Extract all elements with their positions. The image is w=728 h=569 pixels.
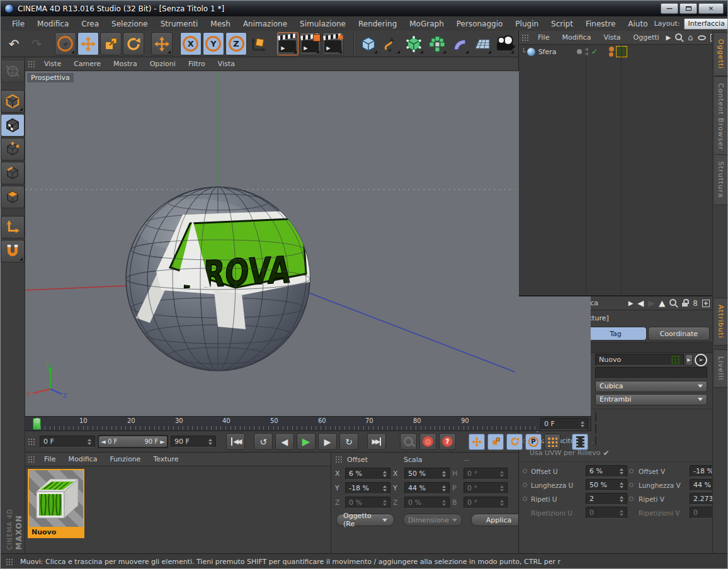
close-button[interactable]: ✕ (698, 3, 724, 14)
om-menu-vista[interactable]: Vista (598, 33, 626, 42)
anim-dot-icon[interactable] (523, 483, 527, 487)
render-view-button[interactable]: ▶ (277, 32, 299, 55)
anim-dot-icon[interactable] (629, 483, 634, 487)
range-right-icon[interactable]: ► (160, 438, 165, 445)
layer-color-dot[interactable] (609, 47, 614, 52)
rot-p-field[interactable]: 0 ° (464, 482, 508, 494)
keyframe-selection-button[interactable]: ? (439, 433, 456, 450)
viewport-menu-vista[interactable]: Vista (212, 60, 241, 68)
menu-file[interactable]: File (6, 20, 31, 28)
play-button[interactable]: ▶ (297, 433, 316, 450)
key-rotation-toggle[interactable] (506, 434, 523, 450)
camera-button[interactable] (494, 32, 516, 55)
key-parameter-toggle[interactable]: P (525, 434, 542, 450)
menu-mesh[interactable]: Mesh (204, 20, 237, 28)
editor-visibility-dot[interactable] (577, 49, 582, 54)
grip-icon[interactable] (28, 456, 36, 463)
redo-button[interactable]: ↷ (26, 32, 47, 55)
axis-x-lock-button[interactable]: X (180, 32, 202, 55)
material-thumbnail[interactable]: Nuovo (28, 469, 84, 538)
last-tool-move-button[interactable] (151, 32, 173, 55)
om-menu-file[interactable]: File (532, 33, 555, 42)
polygon-mode-button[interactable] (1, 186, 25, 208)
viewport-menu-camere[interactable]: Camere (68, 60, 106, 68)
menu-finestre[interactable]: Finestre (579, 20, 622, 28)
axis-z-lock-button[interactable]: Z (225, 32, 247, 55)
offset-y-field[interactable]: -18 % (345, 482, 390, 494)
ripeti-checkbox[interactable] (595, 424, 596, 434)
scale-x-field[interactable]: 50 % (404, 468, 450, 480)
offset-u-field[interactable]: 6 % (586, 465, 627, 477)
offset-x-field[interactable]: 6 % (345, 468, 390, 480)
viewport-menu-opzioni[interactable]: Opzioni (144, 60, 181, 68)
undo-button[interactable]: ↶ (3, 32, 25, 55)
material-menu-texture[interactable]: Texture (147, 455, 184, 463)
tab-livelli[interactable]: Livelli (714, 349, 728, 388)
axis-y-lock-button[interactable]: Y (203, 32, 224, 55)
object-row-sfera[interactable]: └ Sfera ✓ (519, 45, 712, 59)
point-mode-button[interactable] (1, 138, 25, 161)
stepper-icon[interactable] (206, 437, 212, 447)
viewport-menu-mostra[interactable]: Mostra (108, 60, 143, 68)
menu-selezione[interactable]: Selezione (105, 20, 154, 28)
live-selection-button[interactable]: ➢ (55, 32, 76, 55)
lock-icon[interactable] (682, 299, 688, 307)
prev-frame-button[interactable]: ◀ (275, 433, 294, 450)
coordinate-system-button[interactable] (248, 32, 270, 55)
offset-z-field[interactable]: 0 % (345, 497, 390, 509)
tab-tag[interactable]: Tag (584, 327, 646, 341)
make-editable-button[interactable] (1, 60, 25, 82)
object-tree[interactable]: └ Sfera ✓ (519, 45, 712, 294)
material-flyout-button[interactable]: ▶ (685, 354, 693, 366)
grip-icon[interactable] (521, 34, 530, 42)
menu-mograph[interactable]: MoGraph (403, 20, 450, 28)
ruler-frame-spinner[interactable]: 0 F (540, 418, 588, 430)
range-left-icon[interactable]: ◄ (101, 438, 106, 445)
scale-button[interactable] (100, 32, 122, 55)
timeline-ruler[interactable]: 0 10 20 30 40 50 60 70 80 90 0 F (25, 416, 591, 431)
track-icon[interactable]: 8 (693, 300, 698, 307)
history-forward-icon[interactable]: ▶ (648, 298, 654, 308)
add-icon[interactable] (702, 300, 710, 307)
menu-aiuto[interactable]: Aiuto (622, 20, 654, 28)
lato-dropdown[interactable]: Entrambi (595, 394, 707, 405)
end-frame-spinner[interactable]: 90 F (171, 436, 216, 448)
menu-script[interactable]: Script (545, 20, 579, 28)
materiale-field[interactable]: Nuovo (595, 354, 684, 366)
record-key-button[interactable] (400, 433, 417, 450)
tab-content-browser[interactable]: Content Browser (714, 76, 728, 157)
viewport-canvas[interactable]: Prospettiva (25, 71, 591, 416)
ripetizioni-u-field[interactable]: 0 (586, 507, 627, 519)
minimize-button[interactable]: — (661, 3, 678, 14)
material-menu-funzione[interactable]: Funzione (104, 455, 146, 463)
material-menu-modifica[interactable]: Modifica (62, 455, 103, 463)
menu-simulazione[interactable]: Simulazione (293, 20, 352, 28)
rotate-button[interactable] (123, 32, 144, 55)
layout-dropdown[interactable]: Interfaccia di Avvio (684, 18, 728, 30)
subdivision-surface-button[interactable] (403, 32, 424, 55)
material-menu-file[interactable]: File (38, 455, 61, 463)
goto-next-key-button[interactable]: ↻ (339, 433, 358, 450)
goto-start-button[interactable]: ◀◀ (226, 433, 245, 450)
ripeti-u-field[interactable]: 2 (586, 493, 627, 505)
selezione-field[interactable] (595, 367, 707, 379)
maximize-button[interactable] (680, 3, 697, 14)
menu-animazione[interactable]: Animazione (237, 20, 293, 28)
environment-button[interactable] (472, 32, 493, 55)
goto-prev-key-button[interactable]: ↺ (254, 433, 273, 450)
grip-icon[interactable] (28, 60, 36, 68)
stepper-icon[interactable] (578, 419, 584, 429)
om-menu-oggetti[interactable]: Oggetti (628, 33, 665, 42)
menu-overflow-icon[interactable]: ▶ (666, 34, 671, 41)
stepper-icon[interactable] (85, 437, 91, 447)
tab-attributi[interactable]: Attributi (714, 298, 728, 346)
viewport-menu-viste[interactable]: Viste (38, 60, 67, 68)
menu-modifica[interactable]: Modifica (31, 20, 75, 28)
lunghezza-u-field[interactable]: 50 % (586, 479, 627, 491)
om-menu-modifica[interactable]: Modifica (556, 33, 596, 42)
menu-crea[interactable]: Crea (75, 20, 105, 28)
axis-mode-button[interactable] (1, 216, 25, 239)
model-mode-button[interactable] (1, 90, 25, 113)
object-name[interactable]: Sfera (538, 48, 571, 56)
anim-dot-icon[interactable] (629, 469, 634, 473)
